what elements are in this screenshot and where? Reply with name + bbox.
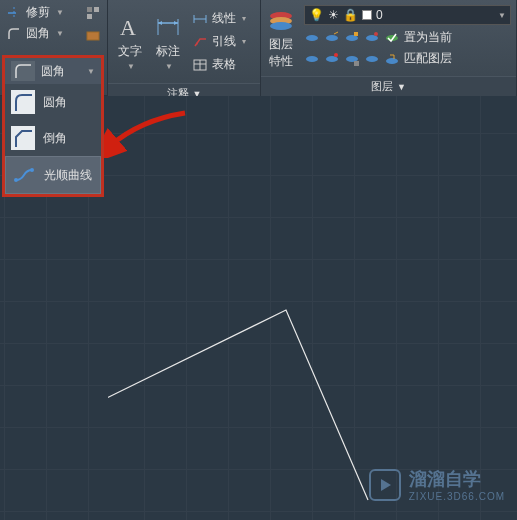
layer-properties-label: 图层 特性 [269, 36, 293, 70]
layer-name: 0 [376, 8, 383, 22]
chevron-down-icon[interactable]: ▼ [56, 29, 64, 38]
svg-text:A: A [120, 15, 136, 40]
drawing-canvas[interactable] [108, 96, 517, 520]
svg-rect-25 [354, 32, 358, 36]
svg-marker-11 [174, 21, 178, 25]
set-current-label[interactable]: 置为当前 [404, 29, 452, 46]
watermark-url: ZIXUE.3D66.COM [409, 491, 505, 502]
fillet-label: 圆角 [26, 25, 50, 42]
set-current-icon [384, 30, 400, 46]
layer-icon-6[interactable] [324, 51, 340, 67]
layers-panel: 图层 特性 💡 ☀ 🔒 0 ▼ [261, 0, 517, 95]
layer-combo[interactable]: 💡 ☀ 🔒 0 ▼ [304, 5, 511, 25]
chevron-down-icon: ▼ [127, 62, 135, 71]
fillet-thumb-icon [11, 61, 35, 81]
flyout-chamfer[interactable]: 倒角 [5, 120, 101, 156]
svg-marker-38 [381, 479, 391, 491]
svg-rect-5 [87, 32, 99, 40]
table-icon [192, 57, 208, 73]
flyout-blend[interactable]: 光顺曲线 [5, 156, 101, 194]
dimension-button[interactable]: 标注 ▼ [150, 4, 186, 79]
layer-icon-4[interactable] [364, 30, 380, 46]
svg-point-27 [374, 32, 378, 36]
chevron-down-icon: ▼ [87, 67, 95, 76]
play-icon [369, 469, 401, 501]
svg-point-29 [306, 56, 318, 62]
fillet-icon [6, 26, 22, 42]
dimension-label: 标注 [156, 43, 180, 60]
table-label: 表格 [212, 56, 236, 73]
layer-icon-7[interactable] [344, 51, 360, 67]
svg-point-23 [326, 35, 338, 41]
match-layer-icon [384, 51, 400, 67]
flyout-fillet-label: 圆角 [43, 94, 67, 111]
trim-icon [6, 5, 22, 21]
flyout-chamfer-label: 倒角 [43, 130, 67, 147]
svg-rect-3 [94, 7, 99, 12]
flyout-fillet[interactable]: 圆角 [5, 84, 101, 120]
layer-icon-8[interactable] [364, 51, 380, 67]
sun-icon: ☀ [328, 8, 339, 22]
bulb-icon: 💡 [309, 8, 324, 22]
blend-option-icon [12, 163, 36, 187]
layer-properties-button[interactable]: 图层 特性 [263, 2, 299, 74]
chevron-down-icon[interactable]: ▼ [56, 8, 64, 17]
svg-point-37 [30, 168, 34, 172]
fillet-current-label: 圆角 [41, 63, 65, 80]
leader-icon [192, 34, 208, 50]
chamfer-option-icon [11, 126, 35, 150]
fillet-option-icon [11, 90, 35, 114]
layers-panel-title[interactable]: 图层▼ [261, 76, 516, 96]
color-swatch [362, 10, 372, 20]
watermark: 溜溜自学 ZIXUE.3D66.COM [369, 467, 505, 502]
svg-point-22 [306, 35, 318, 41]
explode-icon[interactable] [85, 5, 101, 21]
trim-label: 修剪 [26, 4, 50, 21]
lock-icon: 🔒 [343, 8, 358, 22]
layer-icon-2[interactable] [324, 30, 340, 46]
leader-label: 引线 [212, 33, 236, 50]
array-icon[interactable] [85, 26, 101, 42]
linear-icon [192, 11, 208, 27]
annotation-panel: A 文字 ▼ 标注 ▼ 线性 ▾ 引线 [108, 0, 261, 95]
svg-point-21 [270, 22, 292, 30]
match-layer-label[interactable]: 匹配图层 [404, 50, 452, 67]
layer-icon-1[interactable] [304, 30, 320, 46]
chevron-down-icon: ▼ [165, 62, 173, 71]
svg-rect-4 [87, 14, 92, 19]
linear-label: 线性 [212, 10, 236, 27]
chevron-down-icon: ▼ [397, 82, 406, 92]
chevron-down-icon: ▾ [242, 14, 246, 23]
svg-rect-33 [354, 61, 359, 66]
layer-properties-icon [267, 6, 295, 34]
svg-marker-10 [158, 21, 162, 25]
dimension-icon [154, 13, 182, 41]
svg-rect-2 [87, 7, 92, 12]
text-label: 文字 [118, 43, 142, 60]
chevron-down-icon: ▼ [498, 11, 506, 20]
fillet-flyout: 圆角 ▼ 圆角 倒角 光顺曲线 [2, 55, 104, 197]
fillet-current[interactable]: 圆角 ▼ [5, 58, 101, 84]
layer-icon-3[interactable] [344, 30, 360, 46]
chevron-down-icon: ▾ [242, 37, 246, 46]
text-button[interactable]: A 文字 ▼ [112, 4, 148, 79]
fillet-split[interactable]: 圆角 ▼ [2, 23, 105, 44]
table-button[interactable]: 表格 [190, 54, 248, 75]
svg-point-34 [366, 56, 378, 62]
polyline-geometry[interactable] [108, 310, 368, 500]
trim-button[interactable]: 修剪 ▼ [2, 2, 105, 23]
layer-icon-5[interactable] [304, 51, 320, 67]
linear-button[interactable]: 线性 ▾ [190, 8, 248, 29]
text-icon: A [116, 13, 144, 41]
svg-point-31 [334, 53, 338, 57]
svg-point-36 [14, 178, 18, 182]
watermark-title: 溜溜自学 [409, 467, 505, 491]
svg-point-35 [386, 58, 398, 64]
flyout-blend-label: 光顺曲线 [44, 167, 92, 184]
leader-button[interactable]: 引线 ▾ [190, 31, 248, 52]
